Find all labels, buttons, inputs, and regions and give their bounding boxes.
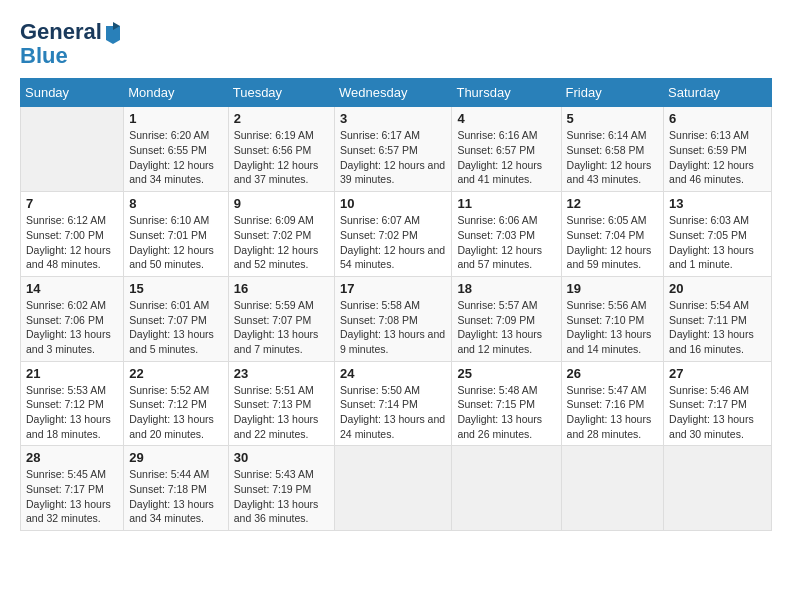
calendar-cell (21, 107, 124, 192)
day-number: 27 (669, 366, 766, 381)
header: GeneralBlue (20, 20, 772, 68)
day-number: 20 (669, 281, 766, 296)
day-number: 14 (26, 281, 118, 296)
calendar-cell: 5Sunrise: 6:14 AM Sunset: 6:58 PM Daylig… (561, 107, 664, 192)
day-info: Sunrise: 6:13 AM Sunset: 6:59 PM Dayligh… (669, 128, 766, 187)
day-number: 12 (567, 196, 659, 211)
day-info: Sunrise: 6:05 AM Sunset: 7:04 PM Dayligh… (567, 213, 659, 272)
week-row-2: 7Sunrise: 6:12 AM Sunset: 7:00 PM Daylig… (21, 192, 772, 277)
calendar-cell: 21Sunrise: 5:53 AM Sunset: 7:12 PM Dayli… (21, 361, 124, 446)
day-info: Sunrise: 5:45 AM Sunset: 7:17 PM Dayligh… (26, 467, 118, 526)
day-number: 25 (457, 366, 555, 381)
calendar-cell (452, 446, 561, 531)
day-number: 8 (129, 196, 222, 211)
day-info: Sunrise: 5:52 AM Sunset: 7:12 PM Dayligh… (129, 383, 222, 442)
weekday-header-monday: Monday (124, 79, 228, 107)
day-number: 21 (26, 366, 118, 381)
day-number: 13 (669, 196, 766, 211)
logo-icon (104, 22, 122, 44)
day-info: Sunrise: 5:51 AM Sunset: 7:13 PM Dayligh… (234, 383, 329, 442)
calendar-cell: 26Sunrise: 5:47 AM Sunset: 7:16 PM Dayli… (561, 361, 664, 446)
day-info: Sunrise: 6:03 AM Sunset: 7:05 PM Dayligh… (669, 213, 766, 272)
day-number: 23 (234, 366, 329, 381)
week-row-5: 28Sunrise: 5:45 AM Sunset: 7:17 PM Dayli… (21, 446, 772, 531)
logo: GeneralBlue (20, 20, 122, 68)
day-number: 26 (567, 366, 659, 381)
calendar-cell: 9Sunrise: 6:09 AM Sunset: 7:02 PM Daylig… (228, 192, 334, 277)
calendar-cell: 6Sunrise: 6:13 AM Sunset: 6:59 PM Daylig… (664, 107, 772, 192)
day-info: Sunrise: 5:58 AM Sunset: 7:08 PM Dayligh… (340, 298, 446, 357)
day-number: 22 (129, 366, 222, 381)
calendar-cell (561, 446, 664, 531)
calendar-cell: 10Sunrise: 6:07 AM Sunset: 7:02 PM Dayli… (335, 192, 452, 277)
calendar-cell: 24Sunrise: 5:50 AM Sunset: 7:14 PM Dayli… (335, 361, 452, 446)
day-number: 7 (26, 196, 118, 211)
calendar-table: SundayMondayTuesdayWednesdayThursdayFrid… (20, 78, 772, 531)
calendar-cell: 25Sunrise: 5:48 AM Sunset: 7:15 PM Dayli… (452, 361, 561, 446)
day-info: Sunrise: 5:54 AM Sunset: 7:11 PM Dayligh… (669, 298, 766, 357)
calendar-cell: 15Sunrise: 6:01 AM Sunset: 7:07 PM Dayli… (124, 276, 228, 361)
day-number: 2 (234, 111, 329, 126)
calendar-cell: 1Sunrise: 6:20 AM Sunset: 6:55 PM Daylig… (124, 107, 228, 192)
day-info: Sunrise: 5:47 AM Sunset: 7:16 PM Dayligh… (567, 383, 659, 442)
day-info: Sunrise: 5:53 AM Sunset: 7:12 PM Dayligh… (26, 383, 118, 442)
day-info: Sunrise: 5:50 AM Sunset: 7:14 PM Dayligh… (340, 383, 446, 442)
day-number: 10 (340, 196, 446, 211)
day-number: 17 (340, 281, 446, 296)
calendar-cell: 8Sunrise: 6:10 AM Sunset: 7:01 PM Daylig… (124, 192, 228, 277)
day-info: Sunrise: 5:44 AM Sunset: 7:18 PM Dayligh… (129, 467, 222, 526)
calendar-cell: 12Sunrise: 6:05 AM Sunset: 7:04 PM Dayli… (561, 192, 664, 277)
day-number: 11 (457, 196, 555, 211)
calendar-cell: 7Sunrise: 6:12 AM Sunset: 7:00 PM Daylig… (21, 192, 124, 277)
calendar-cell: 14Sunrise: 6:02 AM Sunset: 7:06 PM Dayli… (21, 276, 124, 361)
calendar-cell: 23Sunrise: 5:51 AM Sunset: 7:13 PM Dayli… (228, 361, 334, 446)
day-number: 30 (234, 450, 329, 465)
day-info: Sunrise: 6:07 AM Sunset: 7:02 PM Dayligh… (340, 213, 446, 272)
calendar-cell: 13Sunrise: 6:03 AM Sunset: 7:05 PM Dayli… (664, 192, 772, 277)
logo-blue: Blue (20, 43, 68, 68)
day-info: Sunrise: 6:19 AM Sunset: 6:56 PM Dayligh… (234, 128, 329, 187)
weekday-header-wednesday: Wednesday (335, 79, 452, 107)
day-info: Sunrise: 6:02 AM Sunset: 7:06 PM Dayligh… (26, 298, 118, 357)
calendar-cell (335, 446, 452, 531)
weekday-header-row: SundayMondayTuesdayWednesdayThursdayFrid… (21, 79, 772, 107)
day-number: 24 (340, 366, 446, 381)
day-info: Sunrise: 5:57 AM Sunset: 7:09 PM Dayligh… (457, 298, 555, 357)
week-row-1: 1Sunrise: 6:20 AM Sunset: 6:55 PM Daylig… (21, 107, 772, 192)
calendar-cell: 19Sunrise: 5:56 AM Sunset: 7:10 PM Dayli… (561, 276, 664, 361)
day-info: Sunrise: 5:46 AM Sunset: 7:17 PM Dayligh… (669, 383, 766, 442)
day-info: Sunrise: 6:12 AM Sunset: 7:00 PM Dayligh… (26, 213, 118, 272)
calendar-cell: 27Sunrise: 5:46 AM Sunset: 7:17 PM Dayli… (664, 361, 772, 446)
day-info: Sunrise: 6:01 AM Sunset: 7:07 PM Dayligh… (129, 298, 222, 357)
week-row-4: 21Sunrise: 5:53 AM Sunset: 7:12 PM Dayli… (21, 361, 772, 446)
week-row-3: 14Sunrise: 6:02 AM Sunset: 7:06 PM Dayli… (21, 276, 772, 361)
day-number: 1 (129, 111, 222, 126)
day-info: Sunrise: 6:14 AM Sunset: 6:58 PM Dayligh… (567, 128, 659, 187)
calendar-cell: 3Sunrise: 6:17 AM Sunset: 6:57 PM Daylig… (335, 107, 452, 192)
calendar-cell: 11Sunrise: 6:06 AM Sunset: 7:03 PM Dayli… (452, 192, 561, 277)
day-number: 9 (234, 196, 329, 211)
weekday-header-sunday: Sunday (21, 79, 124, 107)
calendar-cell: 30Sunrise: 5:43 AM Sunset: 7:19 PM Dayli… (228, 446, 334, 531)
day-number: 19 (567, 281, 659, 296)
day-info: Sunrise: 6:16 AM Sunset: 6:57 PM Dayligh… (457, 128, 555, 187)
calendar-cell: 22Sunrise: 5:52 AM Sunset: 7:12 PM Dayli… (124, 361, 228, 446)
day-info: Sunrise: 6:17 AM Sunset: 6:57 PM Dayligh… (340, 128, 446, 187)
day-number: 16 (234, 281, 329, 296)
day-info: Sunrise: 5:43 AM Sunset: 7:19 PM Dayligh… (234, 467, 329, 526)
calendar-cell: 16Sunrise: 5:59 AM Sunset: 7:07 PM Dayli… (228, 276, 334, 361)
day-number: 18 (457, 281, 555, 296)
logo-text: GeneralBlue (20, 20, 122, 68)
calendar-cell: 18Sunrise: 5:57 AM Sunset: 7:09 PM Dayli… (452, 276, 561, 361)
calendar-cell: 2Sunrise: 6:19 AM Sunset: 6:56 PM Daylig… (228, 107, 334, 192)
weekday-header-saturday: Saturday (664, 79, 772, 107)
day-number: 5 (567, 111, 659, 126)
weekday-header-tuesday: Tuesday (228, 79, 334, 107)
day-info: Sunrise: 6:06 AM Sunset: 7:03 PM Dayligh… (457, 213, 555, 272)
day-info: Sunrise: 6:20 AM Sunset: 6:55 PM Dayligh… (129, 128, 222, 187)
calendar-cell: 29Sunrise: 5:44 AM Sunset: 7:18 PM Dayli… (124, 446, 228, 531)
calendar-cell: 28Sunrise: 5:45 AM Sunset: 7:17 PM Dayli… (21, 446, 124, 531)
day-info: Sunrise: 6:10 AM Sunset: 7:01 PM Dayligh… (129, 213, 222, 272)
weekday-header-thursday: Thursday (452, 79, 561, 107)
calendar-cell: 17Sunrise: 5:58 AM Sunset: 7:08 PM Dayli… (335, 276, 452, 361)
